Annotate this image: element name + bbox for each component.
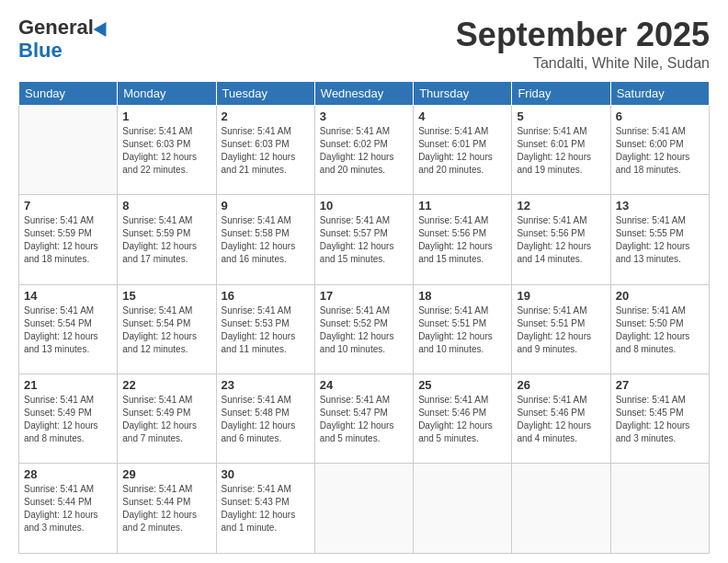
calendar-cell-w2d3: 17Sunrise: 5:41 AM Sunset: 5:52 PM Dayli… [314,284,413,373]
day-number: 22 [122,378,210,392]
day-info: Sunrise: 5:41 AM Sunset: 5:58 PM Dayligh… [222,214,310,266]
day-number: 6 [616,109,704,123]
day-info: Sunrise: 5:41 AM Sunset: 5:49 PM Dayligh… [24,394,112,445]
day-info: Sunrise: 5:41 AM Sunset: 5:56 PM Dayligh… [418,214,506,266]
day-number: 27 [616,378,704,392]
day-number: 1 [122,109,210,123]
day-number: 12 [517,199,605,213]
day-number: 25 [418,378,506,392]
day-info: Sunrise: 5:41 AM Sunset: 6:01 PM Dayligh… [418,125,506,177]
day-info: Sunrise: 5:41 AM Sunset: 5:59 PM Dayligh… [24,214,112,266]
day-info: Sunrise: 5:41 AM Sunset: 5:43 PM Dayligh… [222,483,310,534]
day-number: 16 [222,289,310,303]
calendar-cell-w4d4 [414,464,512,554]
calendar-cell-w2d1: 15Sunrise: 5:41 AM Sunset: 5:54 PM Dayli… [118,284,216,373]
calendar-cell-w0d6: 6Sunrise: 5:41 AM Sunset: 6:00 PM Daylig… [610,105,709,194]
day-info: Sunrise: 5:41 AM Sunset: 5:52 PM Dayligh… [320,304,408,356]
calendar-cell-w2d0: 14Sunrise: 5:41 AM Sunset: 5:54 PM Dayli… [19,284,118,373]
day-header-friday: Friday [512,81,610,105]
day-number: 13 [616,199,704,213]
day-number: 23 [222,378,310,392]
day-info: Sunrise: 5:41 AM Sunset: 5:44 PM Dayligh… [122,483,210,534]
calendar-table: SundayMondayTuesdayWednesdayThursdayFrid… [18,81,710,554]
day-info: Sunrise: 5:41 AM Sunset: 5:51 PM Dayligh… [418,304,506,356]
day-number: 15 [122,289,210,303]
day-number: 7 [24,199,112,213]
month-title: September 2025 [456,17,710,53]
day-number: 24 [320,378,408,392]
logo-blue-text: Blue [18,39,63,62]
day-info: Sunrise: 5:41 AM Sunset: 5:46 PM Dayligh… [418,394,506,445]
logo-triangle-icon [94,18,113,37]
day-number: 4 [418,109,506,123]
day-info: Sunrise: 5:41 AM Sunset: 6:01 PM Dayligh… [517,125,605,177]
calendar-cell-w0d0 [19,105,118,194]
day-info: Sunrise: 5:41 AM Sunset: 5:56 PM Dayligh… [517,214,605,266]
calendar-cell-w0d4: 4Sunrise: 5:41 AM Sunset: 6:01 PM Daylig… [414,105,512,194]
day-info: Sunrise: 5:41 AM Sunset: 5:54 PM Dayligh… [122,304,210,356]
day-number: 28 [24,467,112,481]
day-number: 9 [222,199,310,213]
day-header-thursday: Thursday [414,81,512,105]
day-number: 17 [320,289,408,303]
page: General Blue September 2025 Tandalti, Wh… [0,0,728,563]
location: Tandalti, White Nile, Sudan [456,55,710,72]
day-number: 2 [222,109,310,123]
day-header-saturday: Saturday [610,81,709,105]
calendar-cell-w1d3: 10Sunrise: 5:41 AM Sunset: 5:57 PM Dayli… [314,195,413,284]
day-number: 5 [517,109,605,123]
day-number: 30 [222,467,310,481]
day-number: 10 [320,199,408,213]
calendar-cell-w4d3 [314,464,413,554]
day-number: 20 [616,289,704,303]
day-info: Sunrise: 5:41 AM Sunset: 5:48 PM Dayligh… [222,394,310,445]
day-number: 11 [418,199,506,213]
day-info: Sunrise: 5:41 AM Sunset: 5:45 PM Dayligh… [616,394,704,445]
calendar-cell-w3d2: 23Sunrise: 5:41 AM Sunset: 5:48 PM Dayli… [216,374,314,464]
day-info: Sunrise: 5:41 AM Sunset: 5:46 PM Dayligh… [517,394,605,445]
calendar-cell-w1d4: 11Sunrise: 5:41 AM Sunset: 5:56 PM Dayli… [414,195,512,284]
day-info: Sunrise: 5:41 AM Sunset: 5:49 PM Dayligh… [122,394,210,445]
day-number: 14 [24,289,112,303]
day-info: Sunrise: 5:41 AM Sunset: 5:55 PM Dayligh… [616,214,704,266]
calendar-cell-w1d0: 7Sunrise: 5:41 AM Sunset: 5:59 PM Daylig… [19,195,118,284]
calendar-cell-w2d4: 18Sunrise: 5:41 AM Sunset: 5:51 PM Dayli… [414,284,512,373]
header-right: September 2025 Tandalti, White Nile, Sud… [456,17,710,72]
calendar-cell-w1d2: 9Sunrise: 5:41 AM Sunset: 5:58 PM Daylig… [216,195,314,284]
calendar-cell-w3d0: 21Sunrise: 5:41 AM Sunset: 5:49 PM Dayli… [19,374,118,464]
calendar-cell-w4d6 [610,464,709,554]
day-header-monday: Monday [118,81,216,105]
calendar-cell-w0d3: 3Sunrise: 5:41 AM Sunset: 6:02 PM Daylig… [314,105,413,194]
day-info: Sunrise: 5:41 AM Sunset: 6:03 PM Dayligh… [222,125,310,177]
calendar-cell-w4d0: 28Sunrise: 5:41 AM Sunset: 5:44 PM Dayli… [19,464,118,554]
calendar-cell-w2d6: 20Sunrise: 5:41 AM Sunset: 5:50 PM Dayli… [610,284,709,373]
day-info: Sunrise: 5:41 AM Sunset: 5:50 PM Dayligh… [616,304,704,356]
day-number: 29 [122,467,210,481]
calendar-cell-w3d3: 24Sunrise: 5:41 AM Sunset: 5:47 PM Dayli… [314,374,413,464]
calendar-cell-w4d5 [512,464,610,554]
day-info: Sunrise: 5:41 AM Sunset: 6:02 PM Dayligh… [320,125,408,177]
day-info: Sunrise: 5:41 AM Sunset: 5:59 PM Dayligh… [122,214,210,266]
calendar-cell-w1d1: 8Sunrise: 5:41 AM Sunset: 5:59 PM Daylig… [118,195,216,284]
day-number: 26 [517,378,605,392]
calendar-cell-w0d2: 2Sunrise: 5:41 AM Sunset: 6:03 PM Daylig… [216,105,314,194]
day-info: Sunrise: 5:41 AM Sunset: 5:51 PM Dayligh… [517,304,605,356]
day-info: Sunrise: 5:41 AM Sunset: 5:44 PM Dayligh… [24,483,112,534]
day-header-wednesday: Wednesday [314,81,413,105]
calendar-cell-w2d2: 16Sunrise: 5:41 AM Sunset: 5:53 PM Dayli… [216,284,314,373]
calendar-cell-w1d6: 13Sunrise: 5:41 AM Sunset: 5:55 PM Dayli… [610,195,709,284]
logo-general-text: General [18,17,94,39]
calendar-cell-w3d5: 26Sunrise: 5:41 AM Sunset: 5:46 PM Dayli… [512,374,610,464]
day-info: Sunrise: 5:41 AM Sunset: 5:53 PM Dayligh… [222,304,310,356]
day-info: Sunrise: 5:41 AM Sunset: 6:00 PM Dayligh… [616,125,704,177]
calendar-cell-w3d4: 25Sunrise: 5:41 AM Sunset: 5:46 PM Dayli… [414,374,512,464]
day-number: 19 [517,289,605,303]
calendar-cell-w1d5: 12Sunrise: 5:41 AM Sunset: 5:56 PM Dayli… [512,195,610,284]
day-header-tuesday: Tuesday [216,81,314,105]
day-info: Sunrise: 5:41 AM Sunset: 6:03 PM Dayligh… [122,125,210,177]
logo: General Blue [18,17,110,63]
day-number: 8 [122,199,210,213]
day-info: Sunrise: 5:41 AM Sunset: 5:57 PM Dayligh… [320,214,408,266]
day-info: Sunrise: 5:41 AM Sunset: 5:47 PM Dayligh… [320,394,408,445]
calendar-cell-w4d1: 29Sunrise: 5:41 AM Sunset: 5:44 PM Dayli… [118,464,216,554]
